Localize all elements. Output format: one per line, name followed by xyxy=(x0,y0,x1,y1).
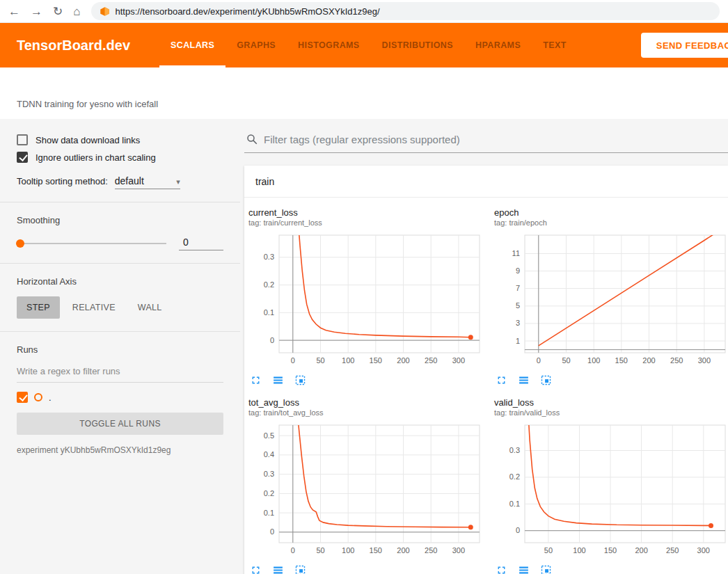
svg-text:0.1: 0.1 xyxy=(264,509,274,517)
tab-text[interactable]: TEXT xyxy=(532,23,578,67)
train-section-header[interactable]: train xyxy=(244,166,728,198)
run-checkbox-icon[interactable] xyxy=(17,392,28,403)
svg-text:9: 9 xyxy=(516,266,520,275)
home-icon[interactable]: ⌂ xyxy=(73,6,80,17)
svg-text:50: 50 xyxy=(562,356,570,365)
chart-tag: tag: train/epoch xyxy=(494,218,728,227)
svg-text:200: 200 xyxy=(397,546,409,555)
reload-icon[interactable]: ↻ xyxy=(53,6,63,17)
run-row[interactable]: . xyxy=(17,392,223,403)
svg-text:200: 200 xyxy=(635,546,647,555)
line-chart[interactable]: 00.10.20.350100150200250300 xyxy=(494,422,728,559)
svg-text:150: 150 xyxy=(370,546,382,555)
svg-text:0: 0 xyxy=(270,527,274,536)
site-favicon xyxy=(100,6,110,17)
fit-domain-icon[interactable] xyxy=(294,564,306,574)
chart-title: tot_avg_loss xyxy=(248,397,489,408)
horizontal-axis-buttons: STEP RELATIVE WALL xyxy=(17,296,223,319)
checkbox-checked-icon[interactable] xyxy=(17,152,28,163)
svg-text:5: 5 xyxy=(516,301,520,310)
slider-knob[interactable] xyxy=(16,239,24,248)
svg-text:250: 250 xyxy=(670,356,683,365)
svg-text:100: 100 xyxy=(342,356,354,365)
svg-text:100: 100 xyxy=(587,356,600,365)
experiment-title: TDNN training for yesno with icefall xyxy=(17,99,158,109)
svg-text:250: 250 xyxy=(425,546,437,555)
fit-domain-icon[interactable] xyxy=(540,564,552,574)
ignore-outliers-checkbox[interactable]: Ignore outliers in chart scaling xyxy=(17,152,223,163)
axis-relative-button[interactable]: RELATIVE xyxy=(63,296,125,319)
chart-title: current_loss xyxy=(248,207,489,218)
svg-text:300: 300 xyxy=(698,356,711,365)
line-chart[interactable]: 00.10.20.30.40.5050100150200250300 xyxy=(248,422,485,559)
tooltip-sorting-select[interactable]: default ▾ xyxy=(115,175,180,189)
svg-text:7: 7 xyxy=(516,284,520,292)
runs-list-icon[interactable] xyxy=(272,374,284,386)
expand-chart-icon[interactable] xyxy=(250,374,262,386)
runs-list-icon[interactable] xyxy=(272,564,284,574)
svg-text:200: 200 xyxy=(642,356,655,365)
expand-chart-icon[interactable] xyxy=(496,374,507,386)
toggle-all-runs-button[interactable]: TOGGLE ALL RUNS xyxy=(17,413,223,435)
axis-step-button[interactable]: STEP xyxy=(17,296,60,319)
train-section-card: train current_loss tag: train/current_lo… xyxy=(244,166,728,574)
fit-domain-icon[interactable] xyxy=(294,374,306,386)
tab-histograms[interactable]: HISTOGRAMS xyxy=(287,23,371,67)
chart-tag: tag: train/tot_avg_loss xyxy=(248,408,489,417)
runs-filter-input[interactable] xyxy=(17,366,223,376)
tab-scalars[interactable]: SCALARS xyxy=(159,23,225,67)
scalar-chart-card: valid_loss tag: train/valid_loss 00.10.2… xyxy=(494,397,728,574)
expand-chart-icon[interactable] xyxy=(250,564,262,574)
tag-filter-row xyxy=(244,129,728,153)
svg-text:0.2: 0.2 xyxy=(264,280,274,289)
scalar-chart-card: current_loss tag: train/current_loss 00.… xyxy=(248,207,489,386)
browser-toolbar: ← → ↻ ⌂ https://tensorboard.dev/experime… xyxy=(0,0,728,23)
back-icon[interactable]: ← xyxy=(8,6,20,17)
svg-text:0: 0 xyxy=(516,526,520,534)
svg-text:150: 150 xyxy=(615,356,628,365)
line-chart[interactable]: 00.10.20.3050100150200250300 xyxy=(248,232,485,369)
experiment-caption: experiment yKUbhb5wRmOSXYkId1z9eg xyxy=(17,445,223,455)
smoothing-control: 0 xyxy=(17,237,223,250)
tag-filter-input[interactable] xyxy=(264,134,727,145)
tab-hparams[interactable]: HPARAMS xyxy=(464,23,532,67)
runs-list-icon[interactable] xyxy=(518,374,530,386)
divider xyxy=(0,202,240,202)
run-name: . xyxy=(49,392,52,403)
url-text: https://tensorboard.dev/experiment/yKUbh… xyxy=(116,6,380,17)
address-bar[interactable]: https://tensorboard.dev/experiment/yKUbh… xyxy=(91,2,720,20)
svg-text:300: 300 xyxy=(452,356,465,365)
svg-text:0.3: 0.3 xyxy=(264,253,274,261)
svg-text:0: 0 xyxy=(291,356,295,365)
tooltip-sorting-value: default xyxy=(115,175,144,186)
show-download-links-checkbox[interactable]: Show data download links xyxy=(17,134,223,145)
charts-grid: current_loss tag: train/current_loss 00.… xyxy=(244,198,728,574)
forward-icon[interactable]: → xyxy=(31,6,42,17)
svg-text:0: 0 xyxy=(291,546,295,555)
tab-distributions[interactable]: DISTRIBUTIONS xyxy=(371,23,464,67)
search-icon xyxy=(246,133,258,145)
svg-text:0.2: 0.2 xyxy=(264,489,274,497)
svg-text:200: 200 xyxy=(397,356,409,365)
svg-text:0: 0 xyxy=(270,336,274,344)
app-header: TensorBoard.dev SCALARS GRAPHS HISTOGRAM… xyxy=(0,23,728,67)
smoothing-value-field[interactable]: 0 xyxy=(179,237,223,250)
smoothing-slider[interactable] xyxy=(17,243,166,244)
axis-wall-button[interactable]: WALL xyxy=(128,296,172,319)
send-feedback-button[interactable]: SEND FEEDBACK xyxy=(641,33,728,58)
svg-text:250: 250 xyxy=(666,546,679,555)
checkbox-label: Show data download links xyxy=(35,135,140,145)
checkbox-unchecked-icon[interactable] xyxy=(17,134,28,145)
experiment-header: TDNN training for yesno with icefall xyxy=(0,67,728,119)
svg-text:0.1: 0.1 xyxy=(264,308,274,317)
chart-tag: tag: train/current_loss xyxy=(248,218,489,227)
runs-list-icon[interactable] xyxy=(518,564,530,574)
run-color-swatch xyxy=(34,393,42,401)
fit-domain-icon[interactable] xyxy=(540,374,552,386)
svg-text:1: 1 xyxy=(516,337,520,345)
chevron-down-icon: ▾ xyxy=(176,177,180,186)
svg-text:50: 50 xyxy=(544,546,553,555)
tab-graphs[interactable]: GRAPHS xyxy=(225,23,287,67)
expand-chart-icon[interactable] xyxy=(496,564,507,574)
line-chart[interactable]: 1357911050100150200250300 xyxy=(494,232,728,369)
